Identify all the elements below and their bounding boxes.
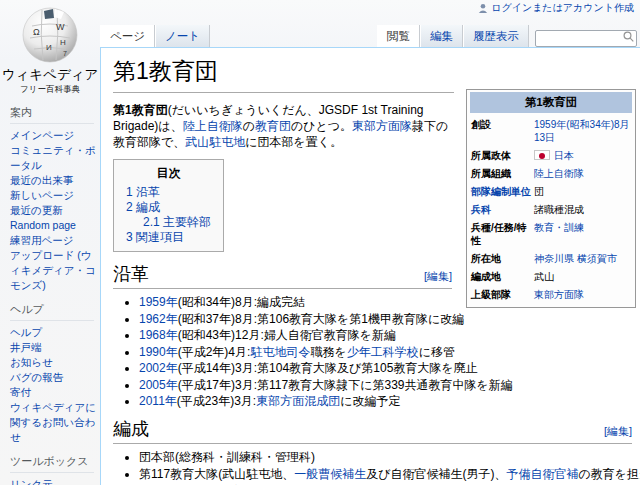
search-input[interactable] <box>535 30 637 47</box>
wikipedia-globe-icon: Ω W H И 7 <box>20 4 80 64</box>
wikipedia-wordmark: ウィキペディア <box>0 66 100 84</box>
wikipedia-logo[interactable]: Ω W H И 7 ウィキペディア フリー百科事典 <box>0 0 100 98</box>
infobox-row-country: 所属政体 日本 <box>470 146 632 164</box>
content-column: ページ ノート 閲覧 編集 履歴表示 第1教育団 創設 1959年(昭和34年)… <box>100 0 640 485</box>
infobox-row-founded: 創設 1959年(昭和34年)8月13日 <box>470 115 632 146</box>
search-box <box>535 28 637 45</box>
reserve-candidate-link[interactable]: 予備自衛官補 <box>506 467 578 481</box>
sidebar-section-help: ヘルプ ヘルプ 井戸端 お知らせ バグの報告 寄付 ウィキペディアに関するお問い… <box>0 295 100 447</box>
training-brigade-link[interactable]: 教育団 <box>255 119 291 133</box>
eastern-composite-brigade-link[interactable]: 東部方面混成団 <box>256 394 340 408</box>
tab-history[interactable]: 履歴表示 <box>463 25 529 47</box>
edit-section-organization-link[interactable]: [編集] <box>604 424 632 439</box>
takeyama-camp-link[interactable]: 武山駐屯地 <box>185 135 245 149</box>
sidebar-item-random-page[interactable]: Random page <box>10 218 96 233</box>
wikipedia-tagline: フリー百科事典 <box>0 84 100 96</box>
sidebar-heading-navigation: 案内 <box>10 105 94 124</box>
history-list: 1959年(昭和34年)8月:編成完結 1962年(昭和37年)8月:第106教… <box>139 294 632 409</box>
sidebar-item-news[interactable]: お知らせ <box>10 355 96 370</box>
sidebar-item-donate[interactable]: 寄付 <box>10 385 96 400</box>
history-item: 2005年(平成17年)3月:第117教育大隊隷下に第339共通教育中隊を新編 <box>139 377 632 393</box>
organization-link[interactable]: 陸上自衛隊 <box>534 168 584 179</box>
sidebar-item-contact[interactable]: ウィキペディアに関するお問い合わせ <box>10 400 96 445</box>
unit-type-label-link[interactable]: 部隊編制単位 <box>471 186 531 197</box>
svg-text:H: H <box>60 38 66 47</box>
page-title: 第1教育団 <box>113 56 454 93</box>
infobox-row-parent-unit: 上級部隊 東部方面隊 <box>470 285 632 303</box>
sidebar-item-current-events[interactable]: 最近の出来事 <box>10 173 96 188</box>
toc-item-history[interactable]: 1 沿革 <box>126 185 211 200</box>
sidebar-item-what-links-here[interactable]: リンク元 <box>10 477 96 485</box>
infobox-row-location: 所在地 神奈川県 横須賀市 <box>470 249 632 267</box>
edit-section-history-link[interactable]: [編集] <box>424 269 452 284</box>
role-link[interactable]: 教育・訓練 <box>534 222 584 233</box>
svg-text:7: 7 <box>63 50 67 57</box>
branch-label-link[interactable]: 兵科 <box>471 204 491 215</box>
infobox-title: 第1教育団 <box>470 92 632 113</box>
toc-item-related[interactable]: 3 関連項目 <box>126 230 211 245</box>
sidebar-item-community-portal[interactable]: コミュニティ・ポータル <box>10 143 96 173</box>
history-item: 1968年(昭和43年)12月:婦人自衛官教育隊を新編 <box>139 327 632 343</box>
year-link[interactable]: 2011年 <box>139 394 177 408</box>
sidebar-section-toolbox: ツールボックス リンク元 関連する変更 ファイルをアップロード 特別ページ 印刷… <box>0 447 100 485</box>
login-link[interactable]: ログインまたはアカウント作成 <box>491 1 634 15</box>
sidebar-item-recent-changes[interactable]: 最近の更新 <box>10 203 96 218</box>
infobox-row-organization: 所属組織 陸上自衛隊 <box>470 164 632 182</box>
sidebar-heading-help: ヘルプ <box>10 302 94 321</box>
founded-date-link[interactable]: 1959年(昭和34年)8月13日 <box>534 119 630 143</box>
infobox-row-formation-place: 編成地 武山 <box>470 267 632 285</box>
japan-flag-icon <box>534 150 550 160</box>
sidebar-heading-toolbox: ツールボックス <box>10 454 94 473</box>
history-item: 2002年(平成14年)3月:第104教育大隊及び第105教育大隊を廃止 <box>139 360 632 376</box>
year-link[interactable]: 2005年 <box>139 378 178 392</box>
jgsdf-link[interactable]: 陸上自衛隊 <box>183 119 243 133</box>
tab-page[interactable]: ページ <box>100 25 155 47</box>
parent-unit-link[interactable]: 東部方面隊 <box>534 289 584 300</box>
year-link[interactable]: 1968年 <box>139 328 178 342</box>
sidebar-item-village-pump[interactable]: 井戸端 <box>10 340 96 355</box>
history-item: 1990年(平成2年)4月:駐屯地司令職務を少年工科学校に移管 <box>139 344 632 360</box>
tab-edit[interactable]: 編集 <box>420 25 463 47</box>
camp-commander-link[interactable]: 駐屯地司令 <box>250 345 310 359</box>
toc-item-key-officers[interactable]: 2.1 主要幹部 <box>126 215 211 230</box>
location-link[interactable]: 神奈川県 横須賀市 <box>534 253 617 264</box>
org-item-117th-battalion: 第117教育大隊(武山駐屯地、一般曹候補生及び自衛官候補生(男子)、予備自衛官補… <box>139 466 632 485</box>
svg-text:И: И <box>46 43 52 52</box>
search-icon[interactable] <box>623 31 634 42</box>
year-link[interactable]: 1962年 <box>139 312 178 326</box>
toc-title: 目次 <box>126 165 211 182</box>
tab-bar: ページ ノート 閲覧 編集 履歴表示 <box>100 25 640 47</box>
enlisted-candidate-link[interactable]: 一般曹候補生 <box>294 467 366 481</box>
sidebar-item-help[interactable]: ヘルプ <box>10 325 96 340</box>
sidebar-item-upload[interactable]: アップロード (ウィキメディア・コモンズ) <box>10 248 96 293</box>
org-item-headquarters: 団本部(総務科・訓練科・管理科) <box>139 449 632 465</box>
svg-text:W: W <box>56 22 65 32</box>
svg-text:Ω: Ω <box>33 27 40 37</box>
toc-item-organization[interactable]: 2 編成 <box>126 200 211 215</box>
personal-bar: ログインまたはアカウント作成 <box>478 1 634 15</box>
sidebar-item-mainpage[interactable]: メインページ <box>10 128 96 143</box>
table-of-contents: 目次 1 沿革 2 編成 2.1 主要幹部 3 関連項目 <box>113 159 224 252</box>
history-item: 2011年(平成23年)3月:東部方面混成団に改編予定 <box>139 393 632 409</box>
youth-technical-school-link[interactable]: 少年工科学校 <box>347 345 419 359</box>
sidebar-item-sandbox[interactable]: 練習用ページ <box>10 233 96 248</box>
infobox-row-unit-type: 部隊編制単位 団 <box>470 182 632 200</box>
history-item: 1962年(昭和37年)8月:第106教育大隊を第1機甲教育隊に改編 <box>139 311 632 327</box>
sidebar-item-new-pages[interactable]: 新しいページ <box>10 188 96 203</box>
eastern-army-link[interactable]: 東部方面隊 <box>352 119 412 133</box>
sidebar-item-bug-report[interactable]: バグの報告 <box>10 370 96 385</box>
infobox-row-branch: 兵科 諸職種混成 <box>470 200 632 218</box>
tab-talk[interactable]: ノート <box>155 25 210 47</box>
sidebar-section-navigation: 案内 メインページ コミュニティ・ポータル 最近の出来事 新しいページ 最近の更… <box>0 98 100 295</box>
intro-paragraph: 第1教育団(だいいちぎょういくだん、JGSDF 1st Training Bri… <box>113 102 452 150</box>
section-heading-history: [編集] 沿革 <box>113 262 452 289</box>
year-link[interactable]: 1990年 <box>139 345 178 359</box>
user-icon <box>478 3 488 13</box>
year-link[interactable]: 1959年 <box>139 295 178 309</box>
country-link[interactable]: 日本 <box>554 150 574 161</box>
tab-read[interactable]: 閲覧 <box>377 25 420 47</box>
article-content: 第1教育団 創設 1959年(昭和34年)8月13日 所属政体 日本 所属組織 … <box>100 47 640 485</box>
article-subject-bold: 第1教育団 <box>113 103 168 117</box>
infobox-military-unit: 第1教育団 創設 1959年(昭和34年)8月13日 所属政体 日本 所属組織 … <box>466 89 636 308</box>
year-link[interactable]: 2002年 <box>139 361 178 375</box>
